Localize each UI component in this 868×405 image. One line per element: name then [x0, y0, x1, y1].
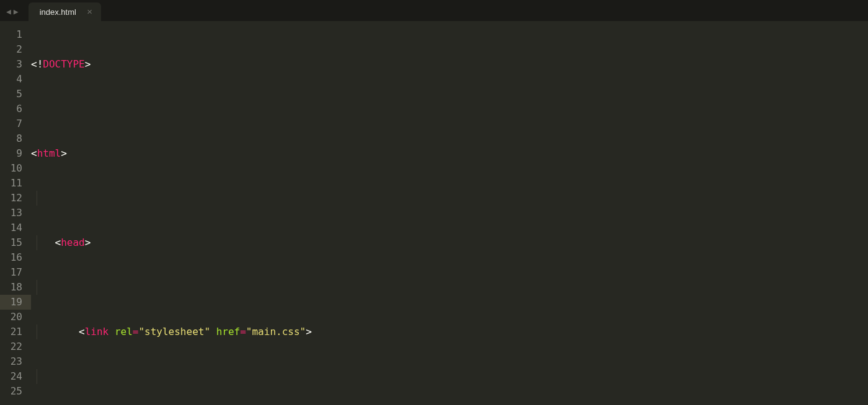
line-number: 23	[0, 354, 22, 369]
code-token: =	[240, 326, 246, 338]
line-number: 7	[0, 116, 22, 131]
tab-title: index.html	[40, 7, 76, 17]
code-token: html	[37, 147, 61, 159]
line-number: 14	[0, 220, 22, 235]
line-number: 12	[0, 191, 22, 206]
line-number: 8	[0, 131, 22, 146]
code-token: <	[55, 237, 61, 248]
titlebar: ◀ ▶ index.html ×	[0, 0, 868, 21]
line-number: 9	[0, 146, 22, 161]
line-number: 21	[0, 324, 22, 339]
nav-arrows: ◀ ▶	[5, 7, 25, 21]
code-token: link	[85, 326, 109, 338]
line-number: 24	[0, 369, 22, 384]
line-number: 25	[0, 384, 22, 399]
code-token: =	[133, 326, 139, 338]
line-number: 2	[0, 42, 22, 57]
code-token: main.css	[252, 326, 299, 338]
code-area[interactable]: <!DOCTYPE> <html> <head> <link rel="styl…	[31, 27, 868, 405]
line-number: 17	[0, 265, 22, 280]
code-token: rel	[115, 326, 133, 338]
line-number: 15	[0, 235, 22, 250]
code-token: >	[85, 237, 91, 248]
line-number: 16	[0, 250, 22, 265]
tab-active[interactable]: index.html ×	[29, 2, 101, 21]
code-token: <	[79, 326, 85, 338]
line-number: 10	[0, 161, 22, 176]
code-token: <!	[31, 58, 43, 70]
close-icon[interactable]: ×	[87, 7, 92, 16]
code-token: DOCTYPE	[43, 58, 84, 70]
nav-forward-icon[interactable]: ▶	[12, 7, 20, 16]
line-number: 6	[0, 102, 22, 116]
line-number: 19	[0, 295, 31, 310]
line-number: 3	[0, 57, 22, 72]
code-token: "	[300, 326, 306, 338]
code-token: "	[204, 326, 210, 338]
line-number: 4	[0, 72, 22, 87]
code-token: >	[306, 326, 312, 338]
line-number: 11	[0, 176, 22, 191]
line-number: 1	[0, 27, 22, 42]
line-number: 5	[0, 87, 22, 102]
editor[interactable]: 1234567891011121314151617181920212223242…	[0, 21, 868, 405]
line-number: 22	[0, 339, 22, 354]
line-number: 13	[0, 206, 22, 220]
gutter: 1234567891011121314151617181920212223242…	[0, 27, 31, 405]
code-token: "	[138, 326, 144, 338]
code-token: href	[216, 326, 241, 338]
code-token: stylesheet	[144, 326, 204, 338]
nav-back-icon[interactable]: ◀	[5, 7, 12, 16]
code-token: <	[31, 147, 37, 159]
code-token: >	[61, 147, 67, 159]
code-token: head	[61, 237, 85, 248]
code-token: >	[85, 58, 91, 70]
line-number: 20	[0, 310, 22, 324]
line-number: 18	[0, 280, 22, 295]
